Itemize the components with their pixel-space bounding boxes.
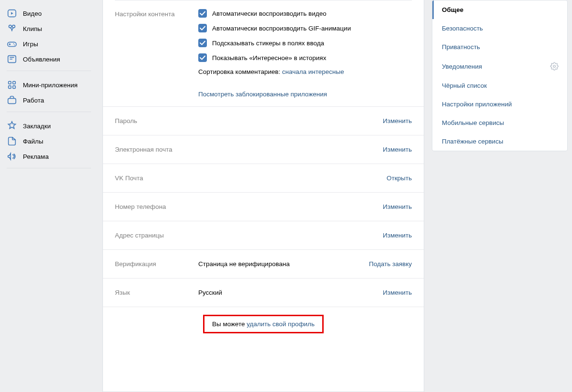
row-verification: Верификация Страница не верифицирована П… — [103, 250, 424, 279]
clips-icon — [7, 23, 17, 34]
svg-rect-10 — [13, 86, 16, 89]
settings-nav-payments[interactable]: Платёжные сервисы — [432, 132, 567, 151]
settings-nav-label: Общее — [442, 6, 463, 13]
bookmarks-icon — [7, 121, 17, 131]
change-email-link[interactable]: Изменить — [383, 146, 412, 153]
gear-icon[interactable] — [550, 62, 559, 71]
nav-separator — [7, 71, 91, 74]
change-phone-link[interactable]: Изменить — [383, 203, 412, 210]
settings-nav-notifications[interactable]: Уведомления — [432, 56, 567, 76]
row-email: Электронная почта Изменить — [103, 135, 424, 164]
left-navigation: Видео Клипы Игры Объявления Мини-прил — [0, 0, 102, 392]
settings-nav-privacy[interactable]: Приватность — [432, 38, 567, 56]
checkbox-label: Показывать «Интересное» в историях — [212, 54, 326, 62]
nav-separator — [7, 168, 91, 172]
svg-rect-3 — [8, 42, 16, 46]
sort-label: Сортировка комментариев: — [198, 68, 282, 75]
nav-games[interactable]: Игры — [7, 36, 102, 52]
svg-rect-7 — [9, 82, 11, 84]
row-vkmail: VK Почта Открыть — [103, 164, 424, 193]
settings-nav-label: Уведомления — [442, 63, 482, 70]
settings-nav-label: Настройки приложений — [442, 101, 512, 108]
settings-nav-security[interactable]: Безопасность — [432, 19, 567, 38]
settings-nav-label: Мобильные сервисы — [442, 119, 504, 126]
nav-label: Файлы — [23, 138, 43, 145]
nav-label: Закладки — [23, 123, 51, 130]
settings-nav-box: Общее Безопасность Приватность Уведомлен… — [432, 0, 568, 151]
checkbox-autoplay-video[interactable]: Автоматически воспроизводить видео — [198, 9, 412, 18]
row-label: Верификация — [115, 260, 198, 268]
svg-rect-9 — [9, 86, 11, 89]
nav-work[interactable]: Работа — [7, 93, 102, 108]
nav-files[interactable]: Файлы — [7, 134, 102, 149]
nav-promo[interactable]: Реклама — [7, 149, 102, 164]
checkbox-suggest-stickers[interactable]: Подсказывать стикеры в полях ввода — [198, 39, 412, 47]
svg-point-1 — [9, 25, 11, 28]
settings-nav-label: Чёрный список — [442, 82, 487, 89]
change-address-link[interactable]: Изменить — [383, 232, 412, 239]
miniapps-icon — [7, 80, 17, 90]
settings-nav-label: Платёжные сервисы — [442, 138, 503, 145]
nav-label: Клипы — [23, 25, 42, 32]
verification-apply-link[interactable]: Подать заявку — [369, 260, 412, 268]
promo-icon — [7, 151, 17, 162]
checkbox-label: Автоматически воспроизводить видео — [212, 10, 327, 17]
svg-rect-11 — [8, 98, 16, 103]
nav-ads[interactable]: Объявления — [7, 52, 102, 67]
comment-sort-row: Сортировка комментариев: сначала интерес… — [198, 68, 412, 75]
settings-nav-label: Приватность — [442, 43, 480, 51]
settings-nav-label: Безопасность — [442, 25, 483, 32]
settings-nav-mobile[interactable]: Мобильные сервисы — [432, 113, 567, 132]
nav-label: Объявления — [23, 56, 60, 63]
settings-nav-app-settings[interactable]: Настройки приложений — [432, 95, 567, 113]
row-label: Язык — [115, 289, 198, 296]
content-settings-section: Настройки контента Автоматически воспрои… — [103, 0, 424, 107]
row-address: Адрес страницы Изменить — [103, 221, 424, 250]
row-label: VK Почта — [115, 175, 198, 182]
row-label: Адрес страницы — [115, 232, 198, 239]
row-password: Пароль Изменить — [103, 107, 424, 135]
row-label: Пароль — [115, 117, 198, 124]
settings-main-panel: Настройки контента Автоматически воспрои… — [102, 0, 424, 392]
nav-label: Видео — [23, 10, 41, 17]
blocked-apps-link[interactable]: Посмотреть заблокированные приложения — [198, 91, 412, 98]
sort-value-link[interactable]: сначала интересные — [282, 68, 344, 75]
row-value: Русский — [198, 289, 383, 296]
row-label: Электронная почта — [115, 146, 198, 153]
nav-label: Игры — [23, 41, 38, 48]
checkbox-checked-icon — [198, 53, 207, 62]
row-language: Язык Русский Изменить — [103, 279, 424, 307]
change-language-link[interactable]: Изменить — [383, 289, 412, 296]
open-vkmail-link[interactable]: Открыть — [387, 175, 412, 182]
checkbox-checked-icon — [198, 39, 207, 47]
nav-separator — [7, 112, 91, 115]
section-label: Настройки контента — [115, 9, 198, 98]
row-phone: Номер телефона Изменить — [103, 193, 424, 221]
checkbox-show-interesting[interactable]: Показывать «Интересное» в историях — [198, 53, 412, 62]
nav-label: Реклама — [23, 153, 49, 160]
nav-clips[interactable]: Клипы — [7, 21, 102, 36]
svg-point-2 — [12, 25, 15, 28]
checkbox-checked-icon — [198, 24, 207, 32]
delete-prefix: Вы можете — [212, 320, 246, 328]
settings-nav-blacklist[interactable]: Чёрный список — [432, 76, 567, 95]
video-icon — [7, 8, 17, 19]
svg-rect-8 — [13, 82, 16, 84]
delete-profile-link[interactable]: удалить свой профиль — [246, 320, 315, 328]
nav-bookmarks[interactable]: Закладки — [7, 118, 102, 134]
nav-label: Мини-приложения — [23, 82, 78, 89]
nav-video[interactable]: Видео — [7, 6, 102, 21]
svg-point-12 — [553, 65, 556, 68]
checkbox-autoplay-gif[interactable]: Автоматически воспроизводить GIF-анимаци… — [198, 24, 412, 32]
work-icon — [7, 95, 17, 105]
row-label: Номер телефона — [115, 203, 198, 210]
checkbox-label: Подсказывать стикеры в полях ввода — [212, 40, 324, 47]
nav-miniapps[interactable]: Мини-приложения — [7, 77, 102, 93]
settings-nav-general[interactable]: Общее — [432, 0, 567, 19]
settings-right-panel: Общее Безопасность Приватность Уведомлен… — [432, 0, 568, 392]
checkbox-checked-icon — [198, 9, 207, 18]
checkbox-label: Автоматически воспроизводить GIF-анимаци… — [212, 25, 351, 32]
games-icon — [7, 39, 17, 49]
ads-icon — [7, 54, 17, 64]
change-password-link[interactable]: Изменить — [383, 117, 412, 124]
